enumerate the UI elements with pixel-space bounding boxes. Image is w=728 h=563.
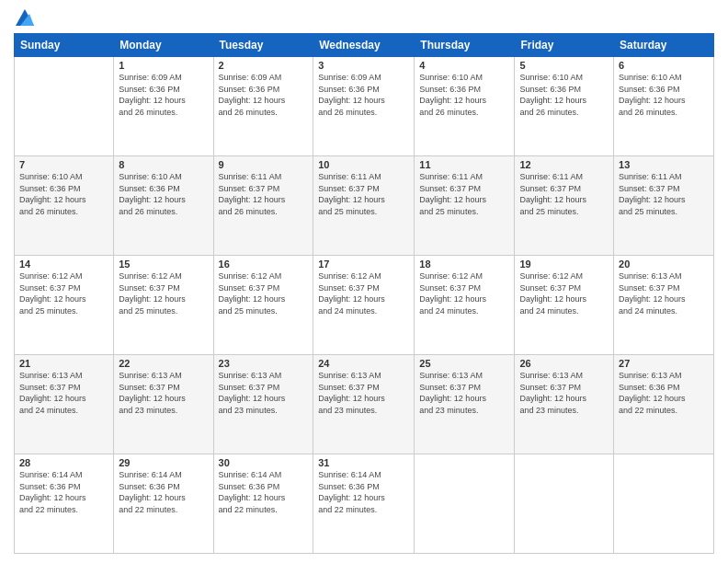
calendar-table: SundayMondayTuesdayWednesdayThursdayFrid…: [14, 33, 714, 554]
weekday-header-row: SundayMondayTuesdayWednesdayThursdayFrid…: [15, 34, 714, 57]
day-number: 18: [419, 259, 509, 270]
calendar-cell: 20Sunrise: 6:13 AMSunset: 6:37 PMDayligh…: [614, 256, 714, 355]
calendar-cell: 31Sunrise: 6:14 AMSunset: 6:36 PMDayligh…: [313, 454, 415, 554]
day-number: 30: [219, 457, 309, 468]
week-row-2: 7Sunrise: 6:10 AMSunset: 6:36 PMDaylight…: [15, 156, 714, 256]
day-info: Sunrise: 6:13 AMSunset: 6:37 PMDaylight:…: [519, 370, 609, 416]
week-row-3: 14Sunrise: 6:12 AMSunset: 6:37 PMDayligh…: [15, 256, 714, 355]
day-info: Sunrise: 6:14 AMSunset: 6:36 PMDaylight:…: [19, 469, 108, 515]
day-info: Sunrise: 6:09 AMSunset: 6:36 PMDaylight:…: [119, 72, 208, 118]
day-info: Sunrise: 6:14 AMSunset: 6:36 PMDaylight:…: [219, 469, 309, 515]
day-number: 3: [318, 60, 409, 71]
calendar-cell: 11Sunrise: 6:11 AMSunset: 6:37 PMDayligh…: [415, 156, 515, 256]
day-info: Sunrise: 6:12 AMSunset: 6:37 PMDaylight:…: [519, 270, 609, 316]
weekday-header-saturday: Saturday: [614, 34, 714, 57]
weekday-header-sunday: Sunday: [15, 34, 114, 57]
weekday-header-thursday: Thursday: [415, 34, 515, 57]
day-number: 10: [318, 159, 409, 170]
week-row-4: 21Sunrise: 6:13 AMSunset: 6:37 PMDayligh…: [15, 355, 714, 454]
week-row-5: 28Sunrise: 6:14 AMSunset: 6:36 PMDayligh…: [15, 454, 714, 554]
day-info: Sunrise: 6:10 AMSunset: 6:36 PMDaylight:…: [419, 72, 509, 118]
day-number: 11: [419, 159, 509, 170]
day-number: 6: [619, 60, 709, 71]
calendar-cell: 4Sunrise: 6:10 AMSunset: 6:36 PMDaylight…: [415, 57, 515, 156]
calendar-cell: 22Sunrise: 6:13 AMSunset: 6:37 PMDayligh…: [114, 355, 213, 454]
day-number: 5: [519, 60, 609, 71]
day-number: 25: [419, 358, 509, 369]
calendar-cell: [515, 454, 614, 554]
day-number: 4: [419, 60, 509, 71]
calendar-cell: 24Sunrise: 6:13 AMSunset: 6:37 PMDayligh…: [313, 355, 415, 454]
calendar-cell: 26Sunrise: 6:13 AMSunset: 6:37 PMDayligh…: [515, 355, 614, 454]
day-info: Sunrise: 6:11 AMSunset: 6:37 PMDaylight:…: [318, 171, 409, 217]
calendar-cell: 28Sunrise: 6:14 AMSunset: 6:36 PMDayligh…: [15, 454, 114, 554]
day-info: Sunrise: 6:11 AMSunset: 6:37 PMDaylight:…: [419, 171, 509, 217]
week-row-1: 1Sunrise: 6:09 AMSunset: 6:36 PMDaylight…: [15, 57, 714, 156]
day-info: Sunrise: 6:10 AMSunset: 6:36 PMDaylight:…: [119, 171, 208, 217]
calendar-cell: 17Sunrise: 6:12 AMSunset: 6:37 PMDayligh…: [313, 256, 415, 355]
calendar-cell: 15Sunrise: 6:12 AMSunset: 6:37 PMDayligh…: [114, 256, 213, 355]
day-info: Sunrise: 6:10 AMSunset: 6:36 PMDaylight:…: [619, 72, 709, 118]
calendar-cell: 10Sunrise: 6:11 AMSunset: 6:37 PMDayligh…: [313, 156, 415, 256]
calendar-cell: 2Sunrise: 6:09 AMSunset: 6:36 PMDaylight…: [213, 57, 313, 156]
day-info: Sunrise: 6:12 AMSunset: 6:37 PMDaylight:…: [419, 270, 509, 316]
day-number: 23: [219, 358, 309, 369]
day-info: Sunrise: 6:12 AMSunset: 6:37 PMDaylight:…: [219, 270, 309, 316]
calendar-cell: 3Sunrise: 6:09 AMSunset: 6:36 PMDaylight…: [313, 57, 415, 156]
calendar-cell: 13Sunrise: 6:11 AMSunset: 6:37 PMDayligh…: [614, 156, 714, 256]
day-info: Sunrise: 6:11 AMSunset: 6:37 PMDaylight:…: [219, 171, 309, 217]
day-number: 21: [19, 358, 108, 369]
day-info: Sunrise: 6:13 AMSunset: 6:36 PMDaylight:…: [619, 370, 709, 416]
day-number: 8: [119, 159, 208, 170]
calendar-cell: [15, 57, 114, 156]
day-number: 20: [619, 259, 709, 270]
calendar-cell: 6Sunrise: 6:10 AMSunset: 6:36 PMDaylight…: [614, 57, 714, 156]
day-info: Sunrise: 6:10 AMSunset: 6:36 PMDaylight:…: [19, 171, 108, 217]
calendar-cell: 12Sunrise: 6:11 AMSunset: 6:37 PMDayligh…: [515, 156, 614, 256]
day-info: Sunrise: 6:14 AMSunset: 6:36 PMDaylight:…: [119, 469, 208, 515]
day-info: Sunrise: 6:12 AMSunset: 6:37 PMDaylight:…: [19, 270, 108, 316]
weekday-header-monday: Monday: [114, 34, 213, 57]
calendar-cell: 29Sunrise: 6:14 AMSunset: 6:36 PMDayligh…: [114, 454, 213, 554]
day-info: Sunrise: 6:11 AMSunset: 6:37 PMDaylight:…: [519, 171, 609, 217]
calendar-cell: 18Sunrise: 6:12 AMSunset: 6:37 PMDayligh…: [415, 256, 515, 355]
calendar-cell: 8Sunrise: 6:10 AMSunset: 6:36 PMDaylight…: [114, 156, 213, 256]
day-info: Sunrise: 6:09 AMSunset: 6:36 PMDaylight:…: [219, 72, 309, 118]
logo-icon: [16, 9, 34, 26]
day-number: 26: [519, 358, 609, 369]
day-info: Sunrise: 6:12 AMSunset: 6:37 PMDaylight:…: [119, 270, 208, 316]
day-info: Sunrise: 6:13 AMSunset: 6:37 PMDaylight:…: [619, 270, 709, 316]
page: SundayMondayTuesdayWednesdayThursdayFrid…: [0, 0, 728, 563]
day-number: 27: [619, 358, 709, 369]
day-number: 9: [219, 159, 309, 170]
day-number: 16: [219, 259, 309, 270]
weekday-header-friday: Friday: [515, 34, 614, 57]
calendar-cell: 30Sunrise: 6:14 AMSunset: 6:36 PMDayligh…: [213, 454, 313, 554]
day-number: 15: [119, 259, 208, 270]
day-info: Sunrise: 6:13 AMSunset: 6:37 PMDaylight:…: [19, 370, 108, 416]
day-number: 28: [19, 457, 108, 468]
day-number: 12: [519, 159, 609, 170]
day-number: 14: [19, 259, 108, 270]
day-number: 2: [219, 60, 309, 71]
day-info: Sunrise: 6:13 AMSunset: 6:37 PMDaylight:…: [219, 370, 309, 416]
calendar-cell: 21Sunrise: 6:13 AMSunset: 6:37 PMDayligh…: [15, 355, 114, 454]
day-info: Sunrise: 6:09 AMSunset: 6:36 PMDaylight:…: [318, 72, 409, 118]
calendar-cell: 23Sunrise: 6:13 AMSunset: 6:37 PMDayligh…: [213, 355, 313, 454]
calendar-cell: 14Sunrise: 6:12 AMSunset: 6:37 PMDayligh…: [15, 256, 114, 355]
logo: [14, 9, 34, 26]
day-number: 17: [318, 259, 409, 270]
calendar-cell: 16Sunrise: 6:12 AMSunset: 6:37 PMDayligh…: [213, 256, 313, 355]
day-info: Sunrise: 6:13 AMSunset: 6:37 PMDaylight:…: [119, 370, 208, 416]
day-number: 29: [119, 457, 208, 468]
day-number: 1: [119, 60, 208, 71]
weekday-header-wednesday: Wednesday: [313, 34, 415, 57]
day-info: Sunrise: 6:13 AMSunset: 6:37 PMDaylight:…: [318, 370, 409, 416]
day-number: 22: [119, 358, 208, 369]
day-number: 19: [519, 259, 609, 270]
calendar-cell: 25Sunrise: 6:13 AMSunset: 6:37 PMDayligh…: [415, 355, 515, 454]
weekday-header-tuesday: Tuesday: [213, 34, 313, 57]
calendar-cell: 1Sunrise: 6:09 AMSunset: 6:36 PMDaylight…: [114, 57, 213, 156]
calendar-cell: 27Sunrise: 6:13 AMSunset: 6:36 PMDayligh…: [614, 355, 714, 454]
calendar-cell: [614, 454, 714, 554]
